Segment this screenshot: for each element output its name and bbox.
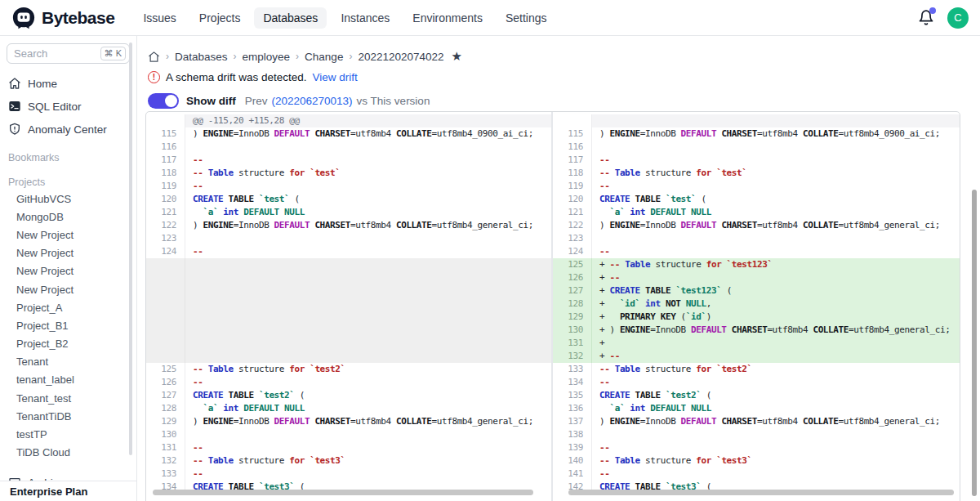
line-number: 124: [146, 245, 185, 258]
line-number: 133: [146, 467, 185, 481]
line-number: 141: [553, 467, 592, 481]
line-number: [146, 114, 185, 127]
nav-item-environments[interactable]: Environments: [403, 7, 492, 29]
line-number: 127: [553, 284, 592, 297]
diff-line: 138: [553, 428, 960, 441]
sidebar-project-item[interactable]: Project_B1: [7, 316, 130, 334]
diff-line: 128 `a` int DEFAULT NULL: [146, 402, 551, 415]
line-number: 133: [553, 363, 592, 376]
diff-spacer: [146, 258, 551, 363]
diff-line: 123: [553, 232, 960, 245]
nav-item-instances[interactable]: Instances: [332, 7, 399, 29]
search-input[interactable]: [14, 47, 84, 60]
search-box[interactable]: ⌘ K: [7, 43, 130, 64]
breadcrumb-separator: ›: [349, 51, 352, 62]
diff-line: 124--: [146, 245, 551, 258]
diff-toolbar: Show diff Prev (202206270013) vs This ve…: [137, 83, 980, 109]
prev-version-link[interactable]: (202206270013): [272, 95, 353, 107]
nav-item-projects[interactable]: Projects: [190, 7, 250, 29]
sidebar-item-anomaly-center[interactable]: Anomaly Center: [7, 118, 130, 141]
sidebar-project-item[interactable]: New Project: [7, 280, 130, 298]
line-number: 128: [146, 402, 185, 415]
nav-item-databases[interactable]: Databases: [254, 7, 327, 29]
sidebar-project-item[interactable]: TenantTiDB: [7, 407, 130, 425]
nav-item-issues[interactable]: Issues: [134, 7, 185, 29]
line-number: 117: [553, 154, 592, 167]
diff-line: 121 `a` int DEFAULT NULL: [553, 206, 960, 219]
plan-badge: Enterprise Plan: [0, 481, 136, 501]
sidebar-project-item[interactable]: New Project: [7, 226, 130, 244]
line-number: [553, 114, 592, 127]
left-horizontal-scrollbar[interactable]: [153, 490, 533, 495]
sidebar-project-item[interactable]: New Project: [7, 262, 130, 280]
line-number: 132: [553, 350, 592, 363]
line-number: 140: [553, 454, 592, 467]
diff-line: 135CREATE TABLE `test2` (: [553, 389, 960, 402]
sidebar-project-item[interactable]: tenant_label: [7, 371, 130, 389]
view-drift-link[interactable]: View drift: [313, 71, 358, 83]
line-number: 134: [553, 376, 592, 389]
home-icon[interactable]: [148, 51, 160, 63]
breadcrumb-separator: ›: [234, 51, 237, 62]
sidebar-item-sql-editor[interactable]: SQL Editor: [7, 95, 130, 118]
diff-line: 121 `a` int DEFAULT NULL: [146, 206, 551, 219]
line-number: 130: [146, 428, 185, 441]
terminal-icon: [8, 100, 21, 113]
alert-text: A schema drift was detected.: [166, 71, 307, 83]
sidebar-project-item[interactable]: MongoDB: [7, 208, 130, 226]
sidebar-project-item[interactable]: Project_A: [7, 298, 130, 316]
diff-pane-previous: @@ -115,20 +115,28 @@115) ENGINE=InnoDB …: [146, 112, 553, 501]
line-number: 124: [553, 245, 592, 258]
breadcrumb-item[interactable]: Databases: [175, 51, 228, 63]
breadcrumb-separator: ›: [296, 51, 299, 62]
diff-line: 131+: [553, 337, 960, 350]
bytebase-logo[interactable]: Bytebase: [11, 6, 114, 30]
diff-line: 139--: [553, 441, 960, 454]
line-number: 129: [553, 311, 592, 324]
line-number: 119: [146, 180, 185, 193]
sidebar-project-item[interactable]: Tenant_test: [7, 389, 130, 407]
show-diff-toggle[interactable]: [148, 93, 179, 109]
page-vertical-scrollbar[interactable]: [972, 190, 977, 496]
sidebar-project-item[interactable]: New Project: [7, 244, 130, 262]
line-number: 126: [146, 376, 185, 389]
line-number: 136: [553, 402, 592, 415]
sidebar-project-item[interactable]: TiDB Cloud: [7, 444, 130, 462]
bookmark-star-icon[interactable]: ★: [452, 49, 462, 64]
diff-line: 127CREATE TABLE `test2` (: [146, 389, 551, 402]
sidebar-item-home[interactable]: Home: [7, 72, 130, 95]
diff-line: 118-- Table structure for `test`: [146, 167, 551, 180]
line-number: 128: [553, 297, 592, 311]
diff-line: 123: [146, 232, 551, 245]
sidebar-project-item[interactable]: Project_B2: [7, 335, 130, 353]
avatar[interactable]: C: [947, 7, 969, 29]
sidebar-project-item[interactable]: GitHubVCS: [7, 190, 130, 208]
breadcrumb-item[interactable]: employee: [243, 51, 291, 63]
line-number: 115: [146, 127, 185, 141]
nav-item-settings[interactable]: Settings: [497, 7, 556, 29]
notifications-button[interactable]: [918, 9, 934, 27]
line-number: 131: [146, 441, 185, 454]
diff-line: 116: [553, 141, 960, 154]
diff-line: 134--: [553, 376, 960, 389]
diff-line: 131--: [146, 441, 551, 454]
line-number: 137: [553, 415, 592, 428]
right-horizontal-scrollbar[interactable]: [568, 490, 954, 495]
diff-hunk-header: [553, 114, 960, 127]
diff-line: 122) ENGINE=InnoDB DEFAULT CHARSET=utf8m…: [146, 219, 551, 232]
line-number: 132: [146, 454, 185, 467]
diff-line: 141--: [553, 467, 960, 481]
line-number: 120: [146, 193, 185, 206]
breadcrumb-item[interactable]: Change: [305, 51, 343, 63]
notification-dot: [929, 7, 936, 14]
sidebar-project-item[interactable]: Tenant: [7, 353, 130, 371]
toggle-knob: [165, 95, 177, 107]
section-label-projects: Projects: [7, 174, 130, 190]
sidebar-scrollbar[interactable]: [129, 42, 132, 455]
diff-viewer: @@ -115,20 +115,28 @@115) ENGINE=InnoDB …: [145, 111, 960, 501]
line-number: 118: [146, 167, 185, 180]
diff-line: 125-- Table structure for `test2`: [146, 363, 551, 376]
line-number: [146, 258, 185, 363]
sidebar-project-item[interactable]: testTP: [7, 425, 130, 443]
breadcrumb-item[interactable]: 20221202074022: [358, 51, 443, 63]
